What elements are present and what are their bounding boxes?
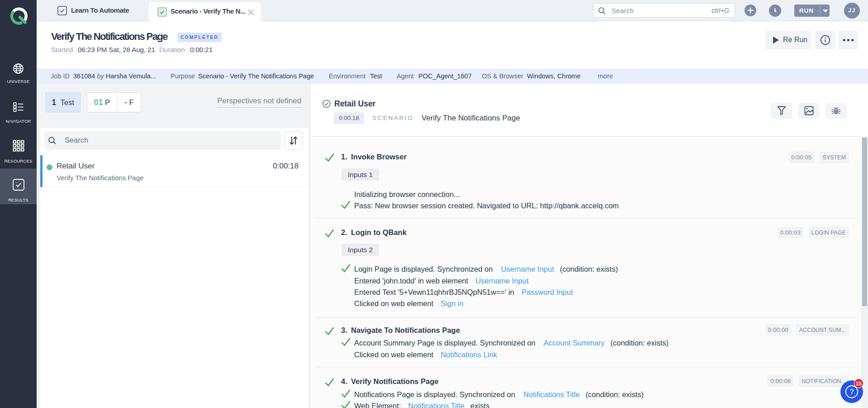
svg-text:?: ? (849, 388, 854, 396)
